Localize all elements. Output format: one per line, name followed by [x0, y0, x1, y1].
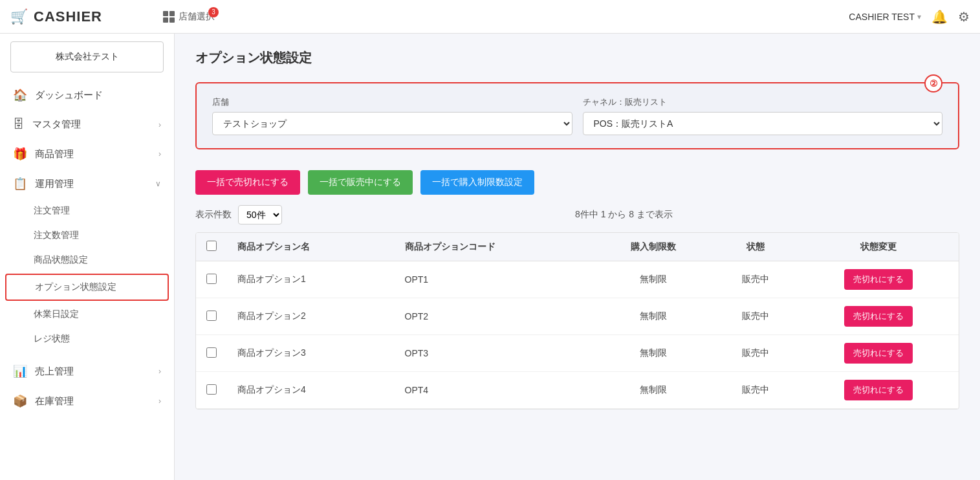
- chevron-right-icon4: ›: [158, 397, 161, 406]
- header-right: CASHIER TEST ▾ 🔔 ⚙: [849, 9, 970, 25]
- select-all-checkbox[interactable]: [206, 241, 217, 251]
- row-option-code: OPT1: [395, 261, 594, 298]
- sub-label-product-status: 商品状態設定: [34, 254, 88, 266]
- display-count-info: 8件中 1 から 8 まで表示: [289, 209, 959, 221]
- row-status: 販売中: [712, 335, 798, 372]
- cart-icon: 🛒: [10, 8, 28, 25]
- table-row: 商品オプション3 OPT3 無制限 販売中 売切れにする: [196, 335, 959, 372]
- sold-out-button-0[interactable]: 売切れにする: [844, 269, 913, 290]
- row-purchase-limit: 無制限: [594, 261, 712, 298]
- col-status: 状態: [712, 233, 798, 261]
- sidebar-item-option-status[interactable]: オプション状態設定: [5, 274, 169, 301]
- document-icon: 📋: [13, 177, 27, 191]
- row-status: 販売中: [712, 261, 798, 298]
- home-icon: 🏠: [13, 88, 27, 102]
- sidebar-item-product-status[interactable]: 商品状態設定: [0, 248, 174, 272]
- row-checkbox-cell: [196, 298, 227, 335]
- chevron-right-icon2: ›: [158, 149, 161, 158]
- sidebar-label-master: マスタ管理: [32, 118, 81, 131]
- sidebar-item-inventory[interactable]: 📦 在庫管理 ›: [0, 386, 174, 416]
- sub-label-option-status: オプション状態設定: [35, 281, 116, 293]
- action-buttons: 一括で売切れにする 一括で販売中にする 一括で購入制限数設定: [195, 170, 959, 195]
- filter-card: ② 店舗 テストショップ チャネル：販売リスト POS：販売リストA: [195, 82, 959, 149]
- sidebar: 株式会社テスト 🏠 ダッシュボード 🗄 マスタ管理 › 🎁 商品管理 › 📋 運…: [0, 34, 175, 480]
- on-sale-all-button[interactable]: 一括で販売中にする: [308, 170, 413, 195]
- sidebar-item-holiday[interactable]: 休業日設定: [0, 302, 174, 327]
- store-field: 店舗 テストショップ: [212, 96, 572, 135]
- row-action-cell: 売切れにする: [798, 335, 959, 372]
- filter-grid: 店舗 テストショップ チャネル：販売リスト POS：販売リストA: [212, 96, 942, 135]
- row-checkbox-cell: [196, 261, 227, 298]
- channel-label: チャネル：販売リスト: [583, 96, 943, 108]
- sub-label-order: 注文管理: [34, 205, 70, 217]
- bell-icon[interactable]: 🔔: [931, 9, 948, 25]
- row-action-cell: 売切れにする: [798, 261, 959, 298]
- sold-out-button-3[interactable]: 売切れにする: [844, 380, 913, 400]
- display-count-select[interactable]: 50件: [238, 205, 282, 224]
- box-icon: 📦: [13, 394, 27, 408]
- main-content: オプション状態設定 ② 店舗 テストショップ チャネル：販売リスト POS：販売…: [175, 34, 980, 480]
- sidebar-item-operation[interactable]: 📋 運用管理 ∨: [0, 169, 174, 199]
- row-status: 販売中: [712, 372, 798, 409]
- col-purchase-limit: 購入制限数: [594, 233, 712, 261]
- sidebar-label-sales: 売上管理: [35, 365, 74, 378]
- grid-icon: [163, 11, 175, 23]
- user-menu-button[interactable]: CASHIER TEST ▾: [849, 12, 921, 22]
- header: 🛒 CASHIER 店舗選択 3 CASHIER TEST ▾ 🔔 ⚙: [0, 0, 980, 34]
- row-action-cell: 売切れにする: [798, 372, 959, 409]
- row-option-name: 商品オプション4: [227, 372, 395, 409]
- row-purchase-limit: 無制限: [594, 335, 712, 372]
- sub-label-order-count: 注文数管理: [34, 230, 79, 241]
- sold-out-button-2[interactable]: 売切れにする: [844, 343, 913, 364]
- row-checkbox-2[interactable]: [206, 347, 217, 358]
- col-option-code: 商品オプションコード: [395, 233, 594, 261]
- options-table: 商品オプション名 商品オプションコード 購入制限数 状態 状態変更 商品オプショ…: [195, 232, 959, 409]
- sidebar-item-sales[interactable]: 📊 売上管理 ›: [0, 356, 174, 386]
- chevron-right-icon: ›: [158, 120, 161, 129]
- row-checkbox-cell: [196, 372, 227, 409]
- purchase-limit-button[interactable]: 一括で購入制限数設定: [420, 170, 534, 195]
- row-checkbox-3[interactable]: [206, 384, 217, 395]
- row-option-name: 商品オプション2: [227, 298, 395, 335]
- sidebar-label-product: 商品管理: [35, 148, 74, 160]
- row-purchase-limit: 無制限: [594, 372, 712, 409]
- row-checkbox-0[interactable]: [206, 274, 217, 284]
- table-row: 商品オプション4 OPT4 無制限 販売中 売切れにする: [196, 372, 959, 409]
- row-option-code: OPT2: [395, 298, 594, 335]
- gear-icon[interactable]: ⚙: [958, 9, 970, 25]
- row-option-name: 商品オプション3: [227, 335, 395, 372]
- row-checkbox-cell: [196, 335, 227, 372]
- row-action-cell: 売切れにする: [798, 298, 959, 335]
- header-checkbox-cell: [196, 233, 227, 261]
- table-row: 商品オプション1 OPT1 無制限 販売中 売切れにする: [196, 261, 959, 298]
- col-status-change: 状態変更: [798, 233, 959, 261]
- channel-select[interactable]: POS：販売リストA: [583, 112, 943, 135]
- sidebar-label-dashboard: ダッシュボード: [35, 89, 103, 102]
- chevron-down-icon: ▾: [917, 12, 921, 21]
- row-option-code: OPT3: [395, 335, 594, 372]
- sidebar-item-order-management[interactable]: 注文管理: [0, 199, 174, 223]
- sidebar-label-inventory: 在庫管理: [35, 395, 74, 408]
- sidebar-item-dashboard[interactable]: 🏠 ダッシュボード: [0, 80, 174, 110]
- sidebar-item-master[interactable]: 🗄 マスタ管理 ›: [0, 110, 174, 139]
- page-title: オプション状態設定: [195, 49, 959, 67]
- sidebar-item-product[interactable]: 🎁 商品管理 ›: [0, 139, 174, 169]
- table-row: 商品オプション2 OPT2 無制限 販売中 売切れにする: [196, 298, 959, 335]
- chevron-down-icon2: ∨: [155, 179, 161, 188]
- display-count-label: 表示件数: [195, 209, 232, 221]
- row-purchase-limit: 無制限: [594, 298, 712, 335]
- store-select-button[interactable]: 店舗選択 3: [163, 11, 215, 23]
- sold-out-all-button[interactable]: 一括で売切れにする: [195, 170, 300, 195]
- sub-label-register: レジ状態: [34, 333, 70, 345]
- gift-icon: 🎁: [13, 147, 27, 161]
- row-option-code: OPT4: [395, 372, 594, 409]
- store-select[interactable]: テストショップ: [212, 112, 572, 135]
- database-icon: 🗄: [13, 118, 25, 131]
- step-badge: ②: [924, 74, 942, 93]
- sidebar-item-register[interactable]: レジ状態: [0, 327, 174, 351]
- sold-out-button-1[interactable]: 売切れにする: [844, 306, 913, 327]
- display-count-row: 表示件数 50件 8件中 1 から 8 まで表示: [195, 205, 959, 224]
- layout: 株式会社テスト 🏠 ダッシュボード 🗄 マスタ管理 › 🎁 商品管理 › 📋 運…: [0, 34, 980, 480]
- row-checkbox-1[interactable]: [206, 311, 217, 321]
- sidebar-item-order-count[interactable]: 注文数管理: [0, 223, 174, 248]
